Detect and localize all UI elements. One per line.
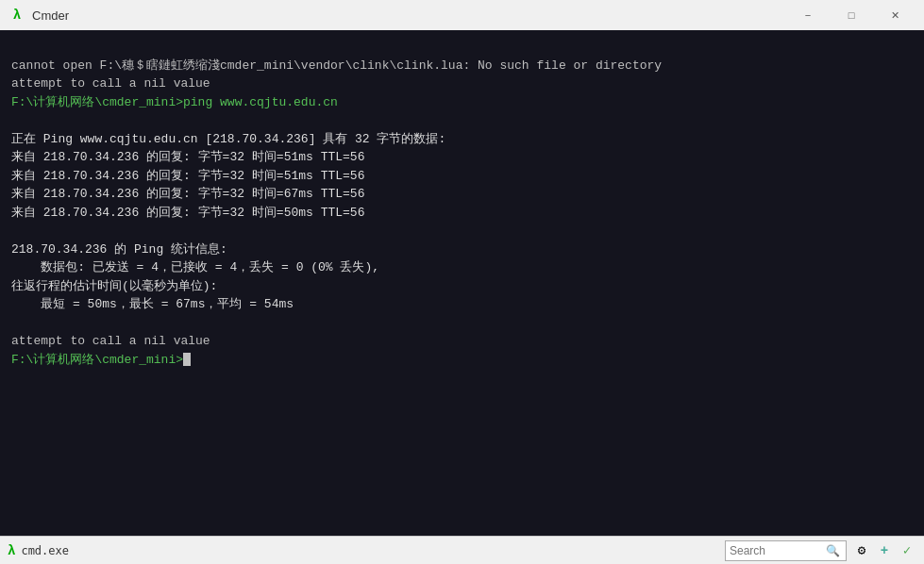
statusbar-process: cmd.exe (21, 544, 69, 557)
terminal-line: attempt to call a nil value (11, 75, 913, 93)
terminal-line (11, 314, 913, 333)
app-icon: λ (8, 6, 26, 25)
statusbar: λ cmd.exe 🔍 ⚙ + ✓ (0, 536, 924, 564)
terminal-line (11, 111, 913, 130)
minimize-button[interactable]: − (786, 0, 830, 30)
search-input[interactable] (730, 544, 824, 557)
terminal-line: 来自 218.70.34.236 的回复: 字节=32 时间=50ms TTL=… (11, 204, 913, 223)
plus-icon[interactable]: + (875, 541, 894, 560)
statusbar-right: 🔍 ⚙ + ✓ (725, 540, 916, 561)
terminal-line: cannot open F:\穗＄瞎鏈虹绣缩淺cmder_mini\vendor… (11, 57, 913, 75)
titlebar: λ Cmder − □ ✕ (0, 0, 924, 30)
terminal-line: F:\计算机网络\cmder_mini>ping www.cqjtu.edu.c… (11, 93, 913, 112)
app-title: Cmder (32, 8, 786, 23)
terminal-line: 来自 218.70.34.236 的回复: 字节=32 时间=67ms TTL=… (11, 185, 913, 204)
terminal-line: 来自 218.70.34.236 的回复: 字节=32 时间=51ms TTL=… (11, 167, 913, 186)
terminal-line: 最短 = 50ms，最长 = 67ms，平均 = 54ms (11, 295, 913, 314)
window-controls: − □ ✕ (786, 0, 916, 30)
terminal-line: 218.70.34.236 的 Ping 统计信息: (11, 241, 913, 259)
terminal-line: 来自 218.70.34.236 的回复: 字节=32 时间=51ms TTL=… (11, 148, 913, 167)
close-button[interactable]: ✕ (873, 0, 916, 30)
statusbar-left: λ cmd.exe (8, 543, 69, 558)
terminal-line: attempt to call a nil value (11, 332, 913, 351)
terminal-line (11, 222, 913, 241)
search-box[interactable]: 🔍 (725, 540, 847, 561)
cursor (183, 353, 191, 366)
terminal-line: 数据包: 已发送 = 4，已接收 = 4，丢失 = 0 (0% 丢失), (11, 258, 913, 277)
search-button[interactable]: 🔍 (824, 544, 842, 557)
terminal-line: F:\计算机网络\cmder_mini> (11, 351, 913, 370)
terminal-area[interactable]: cannot open F:\穗＄瞎鏈虹绣缩淺cmder_mini\vendor… (0, 30, 924, 536)
maximize-button[interactable]: □ (830, 0, 873, 30)
terminal-line: 往返行程的估计时间(以毫秒为单位): (11, 277, 913, 296)
terminal-line: 正在 Ping www.cqjtu.edu.cn [218.70.34.236]… (11, 130, 913, 149)
settings-icon[interactable]: ⚙ (852, 541, 871, 560)
statusbar-lambda-icon: λ (8, 543, 15, 558)
statusbar-icons: ⚙ + ✓ (852, 541, 916, 560)
marker-icon[interactable]: ✓ (898, 541, 916, 560)
